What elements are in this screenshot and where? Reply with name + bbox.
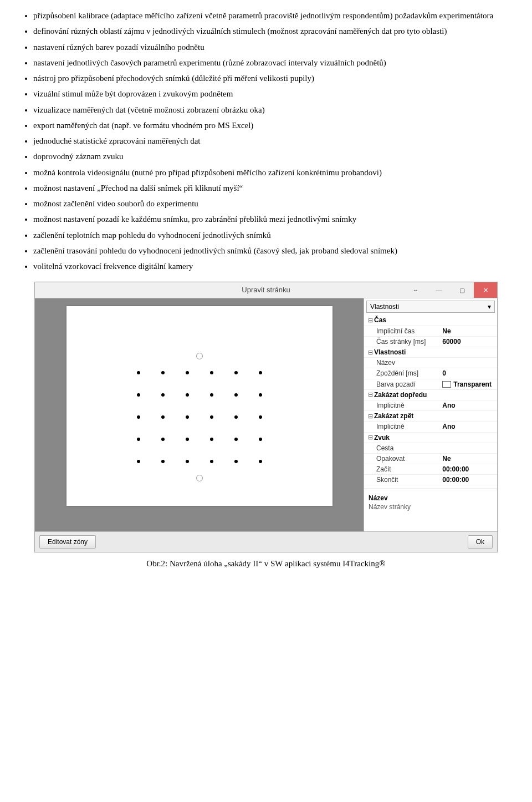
collapse-icon[interactable]: ⊟ bbox=[366, 316, 374, 324]
calibration-dot bbox=[137, 415, 140, 419]
titlebar: Upravit stránku ↔ — ▢ ✕ bbox=[35, 282, 497, 298]
property-value[interactable]: 0 bbox=[440, 368, 497, 378]
collapse-icon[interactable]: ⊟ bbox=[366, 412, 374, 420]
property-row[interactable]: Zpoždění [ms]0 bbox=[364, 368, 497, 379]
feature-item: nástroj pro přizpůsobení přechodových sn… bbox=[33, 73, 519, 84]
dropdown-label: Vlastnosti bbox=[370, 302, 399, 311]
calibration-dot bbox=[161, 393, 165, 397]
stimulus-canvas[interactable] bbox=[66, 306, 332, 506]
property-row[interactable]: Název bbox=[364, 358, 497, 368]
feature-item: nastavení jednotlivých časových parametr… bbox=[33, 57, 519, 68]
calibration-dot bbox=[137, 371, 140, 374]
calibration-dot bbox=[259, 438, 262, 441]
property-row[interactable]: Barva pozadíTransparent bbox=[364, 379, 497, 390]
calibration-dot bbox=[210, 415, 213, 419]
properties-dropdown[interactable]: Vlastnosti ▾ bbox=[366, 301, 495, 313]
calibration-dot bbox=[186, 371, 189, 374]
calibration-dot bbox=[137, 438, 140, 441]
property-value-text: Ne bbox=[442, 454, 451, 463]
feature-item: vizuální stimul může být doprovázen i zv… bbox=[33, 88, 519, 99]
property-row[interactable]: Implicitní časNe bbox=[364, 326, 497, 337]
maximize-button[interactable]: ▢ bbox=[451, 282, 474, 298]
feature-list: přizpůsobení kalibrace (adaptace měřícíh… bbox=[13, 10, 519, 272]
calibration-dot bbox=[210, 460, 213, 463]
feature-item: jednoduché statistické zpracování naměře… bbox=[33, 135, 519, 146]
properties-panel: Vlastnosti ▾ ⊟ČasImplicitní časNeČas str… bbox=[364, 298, 497, 531]
calibration-dot bbox=[234, 438, 238, 441]
property-value[interactable]: Ano bbox=[440, 400, 497, 410]
property-row[interactable]: ImplicitněAno bbox=[364, 422, 497, 432]
calibration-dot bbox=[137, 393, 140, 397]
calibration-dot bbox=[161, 460, 165, 463]
property-value-text: Ano bbox=[442, 422, 455, 431]
bottom-bar: Editovat zóny Ok bbox=[35, 531, 497, 552]
property-key: Cesta bbox=[364, 443, 440, 453]
collapse-icon[interactable]: ⊟ bbox=[366, 433, 374, 441]
calibration-ring bbox=[196, 353, 203, 359]
calibration-dot bbox=[234, 460, 238, 463]
property-grid: ⊟ČasImplicitní časNeČas stránky [ms]6000… bbox=[364, 315, 497, 489]
property-value[interactable]: Transparent bbox=[440, 379, 497, 389]
property-row[interactable]: Začít00:00:00 bbox=[364, 464, 497, 475]
property-value[interactable]: 60000 bbox=[440, 337, 497, 347]
calibration-dot bbox=[186, 393, 189, 397]
property-value-text: 60000 bbox=[442, 337, 461, 346]
property-value[interactable]: 00:00:00 bbox=[440, 475, 497, 485]
feature-item: možnost nastavení pozadí ke každému sním… bbox=[33, 214, 519, 225]
property-value[interactable]: Ne bbox=[440, 454, 497, 464]
property-value-text: Ano bbox=[442, 401, 455, 410]
property-row[interactable]: Čas stránky [ms]60000 bbox=[364, 337, 497, 347]
property-value[interactable] bbox=[440, 358, 497, 368]
feature-item: export naměřených dat (např. ve formátu … bbox=[33, 120, 519, 131]
property-key: Skončit bbox=[364, 475, 440, 485]
edit-zones-button[interactable]: Editovat zóny bbox=[39, 535, 96, 549]
feature-item: možnost začlenění video souborů do exper… bbox=[33, 198, 519, 209]
property-row[interactable]: Cesta bbox=[364, 443, 497, 454]
collapse-icon[interactable]: ⊟ bbox=[366, 348, 374, 357]
chevron-down-icon: ▾ bbox=[488, 302, 491, 311]
property-group[interactable]: ⊟Zakázat zpět bbox=[364, 411, 497, 422]
app-window: Upravit stránku ↔ — ▢ ✕ Vlastnosti ▾ ⊟Ča… bbox=[34, 282, 498, 552]
calibration-dot bbox=[161, 415, 165, 419]
feature-item: možná kontrola videosignálu (nutné pro p… bbox=[33, 167, 519, 178]
minimize-button[interactable]: — bbox=[427, 282, 451, 298]
property-group[interactable]: ⊟Čas bbox=[364, 315, 497, 326]
property-key: Implicitní čas bbox=[364, 326, 440, 336]
property-row[interactable]: Skončit00:00:00 bbox=[364, 475, 497, 485]
calibration-dot bbox=[161, 371, 165, 374]
calibration-dot bbox=[161, 438, 165, 441]
calibration-dot bbox=[210, 393, 213, 397]
property-value[interactable] bbox=[440, 443, 497, 453]
property-group[interactable]: ⊟Vlastnosti bbox=[364, 347, 497, 358]
property-row[interactable]: ImplicitněAno bbox=[364, 400, 497, 411]
resize-icon[interactable]: ↔ bbox=[404, 282, 427, 298]
feature-item: přizpůsobení kalibrace (adaptace měřícíh… bbox=[33, 10, 519, 21]
calibration-dot bbox=[259, 460, 262, 463]
desc-label: Název bbox=[369, 494, 493, 502]
figure-caption: Obr.2: Navržená úloha „sakády II“ v SW a… bbox=[13, 558, 519, 569]
feature-item: definování různých oblastí zájmu v jedno… bbox=[33, 26, 519, 37]
calibration-dot bbox=[234, 393, 238, 397]
property-row[interactable]: OpakovatNe bbox=[364, 454, 497, 464]
property-value[interactable]: Ano bbox=[440, 422, 497, 432]
window-controls: ↔ — ▢ ✕ bbox=[404, 282, 497, 298]
property-group[interactable]: ⊟Zvuk bbox=[364, 433, 497, 443]
calibration-dot bbox=[259, 415, 262, 419]
calibration-dot bbox=[210, 371, 213, 374]
property-value[interactable]: Ne bbox=[440, 326, 497, 336]
close-button[interactable]: ✕ bbox=[474, 282, 497, 298]
group-label: Zakázat dopředu bbox=[374, 390, 427, 399]
property-group[interactable]: ⊟Zakázat dopředu bbox=[364, 390, 497, 400]
group-label: Čas bbox=[374, 316, 386, 324]
feature-item: začlenění trasování pohledu do vyhodnoce… bbox=[33, 245, 519, 256]
feature-item: doprovodný záznam zvuku bbox=[33, 151, 519, 162]
calibration-ring bbox=[196, 475, 203, 481]
property-value[interactable]: 00:00:00 bbox=[440, 464, 497, 474]
collapse-icon[interactable]: ⊟ bbox=[366, 390, 374, 399]
property-key: Čas stránky [ms] bbox=[364, 337, 440, 347]
calibration-dot bbox=[186, 415, 189, 419]
calibration-dot bbox=[259, 371, 262, 374]
ok-button[interactable]: Ok bbox=[468, 535, 493, 549]
property-value-text: Transparent bbox=[453, 380, 492, 389]
group-label: Zvuk bbox=[374, 433, 390, 442]
